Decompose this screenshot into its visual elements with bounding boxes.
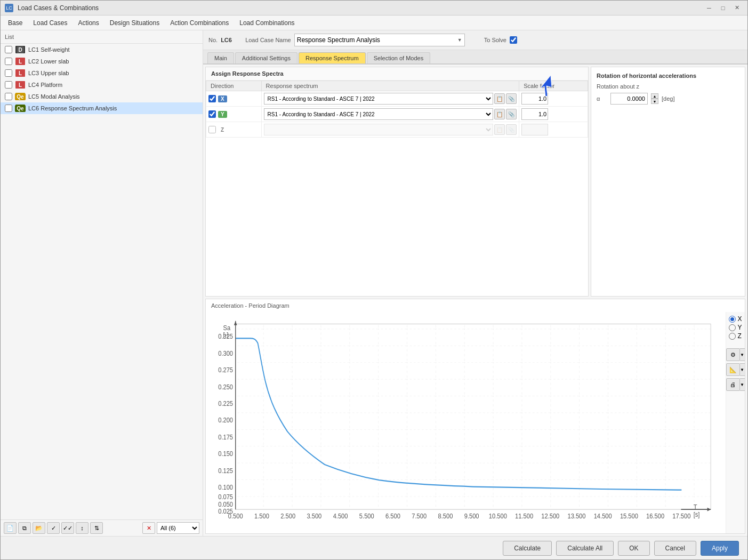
- lc5-type-label: Qe: [15, 93, 25, 100]
- rotation-unit: [deg]: [662, 95, 674, 102]
- copy-button[interactable]: ⧉: [18, 522, 31, 534]
- chart-tools-group: 📐 ▼: [726, 363, 745, 376]
- lc1-color-box: D: [15, 46, 25, 53]
- menu-load-cases[interactable]: Load Cases: [28, 17, 73, 29]
- lc1-checkbox[interactable]: [5, 46, 12, 53]
- dir-y-checkbox[interactable]: [208, 110, 216, 118]
- maximize-button[interactable]: □: [717, 3, 729, 13]
- lc3-checkbox[interactable]: [5, 69, 12, 77]
- list-item[interactable]: Qe LC5 Modal Analysis: [1, 91, 203, 102]
- spectrum-z-edit-button[interactable]: 📋: [494, 124, 505, 135]
- tab-selection-of-modes[interactable]: Selection of Modes: [367, 52, 431, 63]
- lc-header-row: No. LC6 Load Case Name Response Spectrum…: [203, 30, 747, 50]
- spectrum-x-assign-button[interactable]: 📎: [506, 93, 517, 104]
- titlebar: LC Load Cases & Combinations ─ □ ✕: [1, 1, 747, 15]
- svg-text:7.500: 7.500: [412, 512, 427, 520]
- no-field: No. LC6: [208, 37, 237, 43]
- reorder1-button[interactable]: ↕: [76, 522, 89, 534]
- ok-button[interactable]: OK: [618, 541, 649, 556]
- spin-down-button[interactable]: ▼: [651, 99, 658, 104]
- assign-response-spectra-title: Assign Response Spectra: [206, 67, 588, 81]
- list-item[interactable]: L LC2 Lower slab: [1, 55, 203, 67]
- spectrum-y-assign-button[interactable]: 📎: [506, 109, 517, 119]
- sidebar-filter: All (6): [157, 522, 199, 534]
- spectrum-y-cell: RS1 - According to Standard - ASCE 7 | 2…: [261, 107, 519, 122]
- lc5-text: LC5 Modal Analysis: [28, 93, 80, 100]
- response-spectra-panel: Assign Response Spectra Direction Respon…: [205, 67, 589, 297]
- spectrum-y-edit-button[interactable]: 📋: [494, 109, 505, 119]
- lc2-checkbox[interactable]: [5, 58, 12, 65]
- spectrum-z-assign-button[interactable]: 📎: [506, 124, 517, 135]
- menu-design-situations[interactable]: Design Situations: [104, 17, 165, 29]
- print-button[interactable]: 🖨: [726, 378, 740, 391]
- radio-y-row[interactable]: Y: [729, 324, 742, 331]
- spin-up-button[interactable]: ▲: [651, 93, 658, 99]
- reorder2-button[interactable]: ⇅: [90, 522, 103, 534]
- scale-y-input[interactable]: [521, 108, 548, 120]
- svg-text:0.500: 0.500: [228, 512, 243, 520]
- dir-y-label: Y: [218, 111, 227, 118]
- close-button[interactable]: ✕: [730, 3, 743, 13]
- check1-button[interactable]: ✓: [47, 522, 60, 534]
- dir-x-checkbox[interactable]: [208, 95, 216, 102]
- spectrum-z-cell: 📋 📎: [261, 122, 519, 138]
- new-item-button[interactable]: 📄: [4, 522, 17, 534]
- tab-additional-settings[interactable]: Additional Settings: [235, 52, 297, 63]
- lc-name-dropdown[interactable]: Response Spectrum Analysis ▼: [294, 34, 465, 46]
- scale-z-input[interactable]: [521, 124, 548, 135]
- col-header-spectrum: Response spectrum: [261, 81, 519, 91]
- chart-title: Acceleration - Period Diagram: [206, 299, 745, 312]
- rotation-alpha-input[interactable]: [610, 93, 648, 105]
- minimize-button[interactable]: ─: [703, 3, 715, 13]
- chart-tool-button[interactable]: 📐: [726, 363, 740, 376]
- to-solve-checkbox[interactable]: [510, 36, 517, 44]
- dir-z-cell: Z: [206, 122, 262, 138]
- main-panel: No. LC6 Load Case Name Response Spectrum…: [203, 30, 747, 536]
- tab-main[interactable]: Main: [207, 52, 234, 63]
- list-item-selected[interactable]: Qe LC6 Response Spectrum Analysis: [1, 102, 203, 114]
- print-dropdown-button[interactable]: ▼: [740, 378, 745, 391]
- list-item[interactable]: L LC3 Upper slab: [1, 67, 203, 79]
- svg-text:0.125: 0.125: [218, 467, 233, 475]
- print-group: 🖨 ▼: [726, 378, 745, 391]
- calculate-button[interactable]: Calculate: [503, 541, 552, 556]
- menu-base[interactable]: Base: [3, 17, 28, 29]
- check2-button[interactable]: ✓✓: [61, 522, 74, 534]
- dir-z-checkbox[interactable]: [208, 126, 216, 133]
- menu-action-combinations[interactable]: Action Combinations: [165, 17, 234, 29]
- lc6-checkbox[interactable]: [5, 105, 12, 112]
- import-button[interactable]: 📂: [33, 522, 45, 534]
- filter-select[interactable]: All (6): [157, 522, 199, 534]
- list-item[interactable]: L LC4 Platform: [1, 79, 203, 91]
- spectrum-x-edit-button[interactable]: 📋: [494, 93, 505, 104]
- svg-text:3.500: 3.500: [307, 512, 321, 520]
- view-settings-dropdown-button[interactable]: ▼: [740, 348, 745, 361]
- svg-text:11.500: 11.500: [515, 512, 533, 520]
- spectrum-x-select[interactable]: RS1 - According to Standard - ASCE 7 | 2…: [264, 93, 494, 105]
- svg-text:16.500: 16.500: [646, 512, 664, 520]
- cancel-button[interactable]: Cancel: [654, 541, 696, 556]
- radio-x-icon: [729, 316, 736, 323]
- apply-button[interactable]: Apply: [701, 541, 739, 556]
- delete-button[interactable]: ✕: [142, 522, 155, 534]
- svg-text:4.500: 4.500: [333, 512, 348, 520]
- lc5-checkbox[interactable]: [5, 93, 12, 100]
- scale-x-input[interactable]: [521, 93, 548, 105]
- list-item[interactable]: D LC1 Self-weight: [1, 44, 203, 55]
- scale-y-cell: [519, 107, 588, 122]
- tab-response-spectrum[interactable]: Response Spectrum: [299, 52, 366, 63]
- view-settings-button[interactable]: ⚙: [726, 348, 740, 361]
- svg-text:0.150: 0.150: [218, 450, 233, 458]
- svg-text:12.500: 12.500: [541, 512, 559, 520]
- radio-x-row[interactable]: X: [729, 315, 742, 323]
- menu-load-combinations[interactable]: Load Combinations: [234, 17, 300, 29]
- spectrum-y-select[interactable]: RS1 - According to Standard - ASCE 7 | 2…: [264, 108, 494, 120]
- spectrum-z-select[interactable]: [264, 124, 494, 135]
- calculate-all-button[interactable]: Calculate All: [556, 541, 614, 556]
- lc1-type-label: D: [17, 46, 23, 53]
- radio-z-row[interactable]: Z: [729, 332, 742, 340]
- menu-actions[interactable]: Actions: [73, 17, 104, 29]
- scale-x-cell: [519, 91, 588, 107]
- lc4-checkbox[interactable]: [5, 81, 12, 89]
- chart-tool-dropdown-button[interactable]: ▼: [740, 363, 745, 376]
